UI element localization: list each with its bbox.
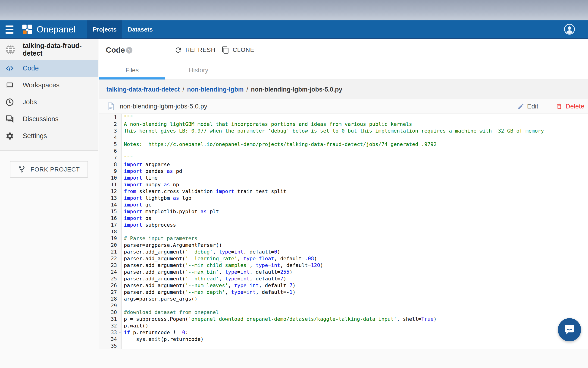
nav-tab-projects[interactable]: Projects <box>87 20 122 38</box>
line-number: 25 <box>99 275 122 282</box>
desktop-background <box>0 0 588 20</box>
code-line-text: p.wait() <box>122 322 148 329</box>
fork-project-label: FORK PROJECT <box>31 166 80 173</box>
code-line-text: import matplotlib.pyplot as plt <box>122 208 219 215</box>
code-line: 28args=parser.parse_args() <box>99 295 588 302</box>
code-line: 27parser.add_argument('--max_depth', typ… <box>99 289 588 295</box>
file-icon <box>107 102 114 110</box>
content-header: Code ? REFRESH CLONE <box>99 39 588 61</box>
code-line: 16import os <box>99 215 588 221</box>
line-number: 24 <box>99 269 122 275</box>
line-number: 19 <box>99 235 122 242</box>
code-line: 3This kernel gives LB: 0.977 when the pa… <box>99 128 588 134</box>
edit-label: Edit <box>527 103 538 110</box>
navbar-tabs: Projects Datasets <box>87 20 158 38</box>
chat-button[interactable] <box>558 318 581 341</box>
sidebar-item-workspaces[interactable]: Workspaces <box>0 77 98 94</box>
sidebar-item-label: Settings <box>23 132 47 140</box>
code-line-text: parser=argparse.ArgumentParser() <box>122 242 222 248</box>
line-number: 33▾ <box>99 329 122 336</box>
code-line-text: sys.exit(p.returncode) <box>122 336 203 342</box>
file-tabs: Files History <box>99 61 588 80</box>
code-line: 25parser.add_argument('--nthread', type=… <box>99 275 588 282</box>
sidebar-item-label: Jobs <box>23 98 37 106</box>
sidebar-item-label: Code <box>23 64 39 72</box>
code-line: 5Notes: https://c.onepanel.io/onepanel-d… <box>99 141 588 148</box>
line-number: 4 <box>99 134 122 141</box>
fold-marker-icon[interactable]: ▾ <box>119 330 121 336</box>
refresh-button[interactable]: REFRESH <box>174 39 216 61</box>
line-number: 20 <box>99 242 122 248</box>
clone-button[interactable]: CLONE <box>221 39 255 61</box>
code-line: 34 sys.exit(p.returncode) <box>99 336 588 342</box>
code-line-text: """ <box>122 154 133 161</box>
code-line: 21parser.add_argument('--debug', type=in… <box>99 248 588 255</box>
delete-button[interactable]: Delete <box>556 103 584 110</box>
brand[interactable]: Onepanel <box>22 20 76 38</box>
edit-button[interactable]: Edit <box>518 103 538 110</box>
code-line: 1""" <box>99 114 588 121</box>
line-number: 8 <box>99 161 122 168</box>
code-line: 14import gc <box>99 201 588 208</box>
line-number: 11 <box>99 181 122 188</box>
code-line: 18 <box>99 228 588 235</box>
code-line-text: p = subprocess.Popen('onepanel download … <box>122 316 437 322</box>
code-line-text: from sklearn.cross_validation import tra… <box>122 188 286 195</box>
file-actions: Edit Delete <box>518 99 584 114</box>
sidebar-item-jobs[interactable]: Jobs <box>0 94 98 110</box>
code-line: 20parser=argparse.ArgumentParser() <box>99 242 588 248</box>
code-lines: 1"""2A non-blending lightGBM model that … <box>99 114 588 349</box>
delete-label: Delete <box>566 103 584 110</box>
file-name: non-blending-lgbm-jobs-5.0.py <box>120 103 207 110</box>
code-line: 11import numpy as np <box>99 181 588 188</box>
menu-icon[interactable] <box>6 20 13 38</box>
sidebar-item-label: Discussions <box>23 115 59 123</box>
code-line: 15import matplotlib.pyplot as plt <box>99 208 588 215</box>
code-line: 12from sklearn.cross_validation import t… <box>99 188 588 195</box>
page-title: Code <box>106 46 125 55</box>
user-avatar-icon[interactable] <box>564 24 575 35</box>
code-line-text: import gc <box>122 201 151 208</box>
refresh-label: REFRESH <box>185 46 216 54</box>
breadcrumb-link-project[interactable]: talking-data-fraud-detect <box>106 86 180 93</box>
line-number: 9 <box>99 168 122 175</box>
code-line-text: parser.add_argument('--min_child_samples… <box>122 262 323 269</box>
main-content: Code ? REFRESH CLONE Files History talki… <box>99 39 588 368</box>
code-line-text: parser.add_argument('--max_bin', type=in… <box>122 269 293 275</box>
line-number: 22 <box>99 255 122 262</box>
chat-bubbles-icon <box>5 114 14 124</box>
tab-history[interactable]: History <box>165 61 232 80</box>
code-line: 24parser.add_argument('--max_bin', type=… <box>99 269 588 275</box>
code-line-text: import pandas as pd <box>122 168 182 175</box>
line-number: 15 <box>99 208 122 215</box>
clone-label: CLONE <box>233 46 255 54</box>
tab-files[interactable]: Files <box>99 61 165 80</box>
line-number: 21 <box>99 248 122 255</box>
line-number: 30 <box>99 309 122 316</box>
line-number: 23 <box>99 262 122 269</box>
refresh-icon <box>174 46 182 54</box>
line-number: 12 <box>99 188 122 195</box>
breadcrumb-separator: / <box>183 86 184 93</box>
file-bar: non-blending-lgbm-jobs-5.0.py Edit Delet… <box>99 99 588 114</box>
line-number: 27 <box>99 289 122 295</box>
clock-icon <box>5 98 14 107</box>
line-number: 13 <box>99 195 122 201</box>
laptop-icon <box>5 81 14 90</box>
code-line-text: Notes: https://c.onepanel.io/onepanel-de… <box>122 141 437 148</box>
code-line-text: import numpy as np <box>122 181 179 188</box>
code-line: 7""" <box>99 154 588 161</box>
help-icon[interactable]: ? <box>126 47 132 54</box>
code-line: 30#download dataset from onepanel <box>99 309 588 316</box>
sidebar-item-settings[interactable]: Settings <box>0 128 98 144</box>
line-number: 5 <box>99 141 122 148</box>
sidebar-item-discussions[interactable]: Discussions <box>0 110 98 128</box>
code-line-text: import time <box>122 175 158 181</box>
nav-tab-datasets[interactable]: Datasets <box>122 20 158 38</box>
code-line: 23parser.add_argument('--min_child_sampl… <box>99 262 588 269</box>
fork-project-button[interactable]: FORK PROJECT <box>10 161 88 178</box>
breadcrumb-link-folder[interactable]: non-blending-lgbm <box>187 86 244 93</box>
line-number: 3 <box>99 128 122 134</box>
code-line-text: import subprocess <box>122 221 176 228</box>
sidebar-item-code[interactable]: Code <box>0 60 98 77</box>
